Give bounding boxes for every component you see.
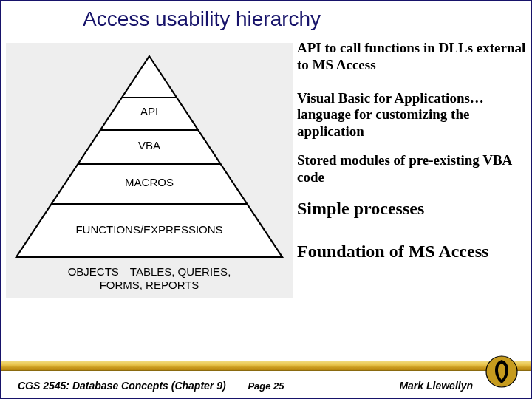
pyr-level-4-label: FUNCTIONS/EXPRESSIONS	[75, 223, 222, 236]
annotation-api: API to call functions in DLLs external t…	[297, 40, 531, 74]
pyr-level-3-label: MACROS	[125, 176, 174, 188]
annotation-macros: Stored modules of pre-existing VBA code	[297, 152, 531, 186]
diagram-column: API VBA MACROS FUNCTIONS/EXPRESSIONS OBJ…	[1, 38, 297, 356]
pyramid-diagram: API VBA MACROS FUNCTIONS/EXPRESSIONS OBJ…	[6, 43, 293, 298]
pyr-base-line1: OBJECTS—TABLES, QUERIES,	[68, 265, 231, 278]
footer-page: Page 25	[248, 381, 284, 392]
annotation-vba: Visual Basic for Applications…language f…	[297, 90, 531, 140]
page-title: Access usability hierarchy	[1, 1, 531, 38]
footer-left: CGS 2545: Database Concepts (Chapter 9)	[18, 380, 226, 392]
footer: CGS 2545: Database Concepts (Chapter 9) …	[1, 356, 531, 398]
annotation-functions: Simple processes	[297, 198, 531, 219]
footer-right: Mark Llewellyn	[399, 380, 473, 392]
pyr-base-line2: FORMS, REPORTS	[100, 279, 200, 291]
pyr-level-1-label: API	[140, 105, 158, 117]
annotation-column: API to call functions in DLLs external t…	[297, 38, 531, 356]
slide: Access usability hierarchy API VBA MACRO…	[0, 0, 532, 399]
footer-divider	[1, 361, 531, 371]
pyramid-icon: API VBA MACROS FUNCTIONS/EXPRESSIONS OBJ…	[6, 43, 293, 298]
annotation-foundation: Foundation of MS Access	[297, 241, 531, 262]
university-logo-icon	[485, 355, 519, 389]
content-area: API VBA MACROS FUNCTIONS/EXPRESSIONS OBJ…	[1, 38, 531, 356]
pyr-level-2-label: VBA	[138, 139, 160, 151]
